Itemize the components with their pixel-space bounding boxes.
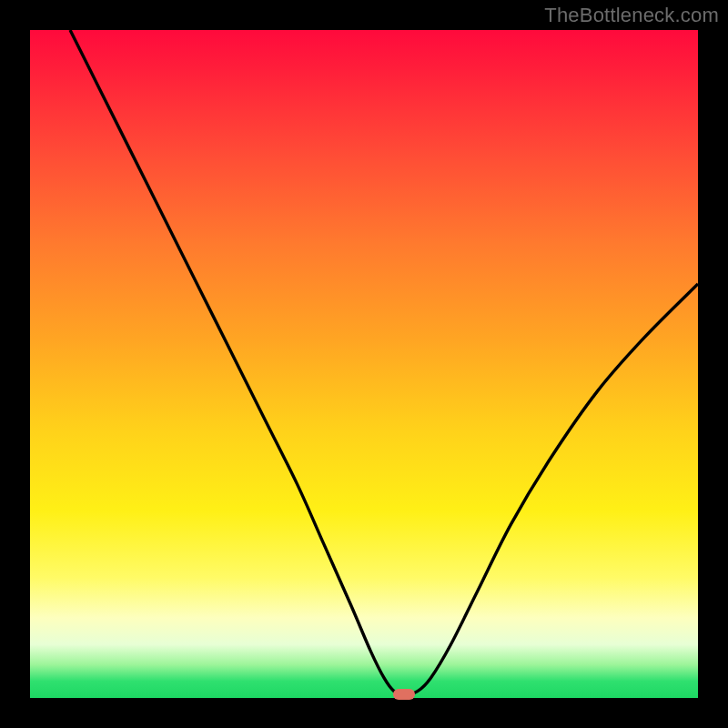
optimum-marker (393, 689, 415, 700)
curve-svg (30, 30, 698, 698)
bottleneck-curve (70, 30, 698, 694)
chart-frame: TheBottleneck.com (0, 0, 728, 728)
plot-area (30, 30, 698, 698)
watermark-text: TheBottleneck.com (544, 4, 719, 27)
